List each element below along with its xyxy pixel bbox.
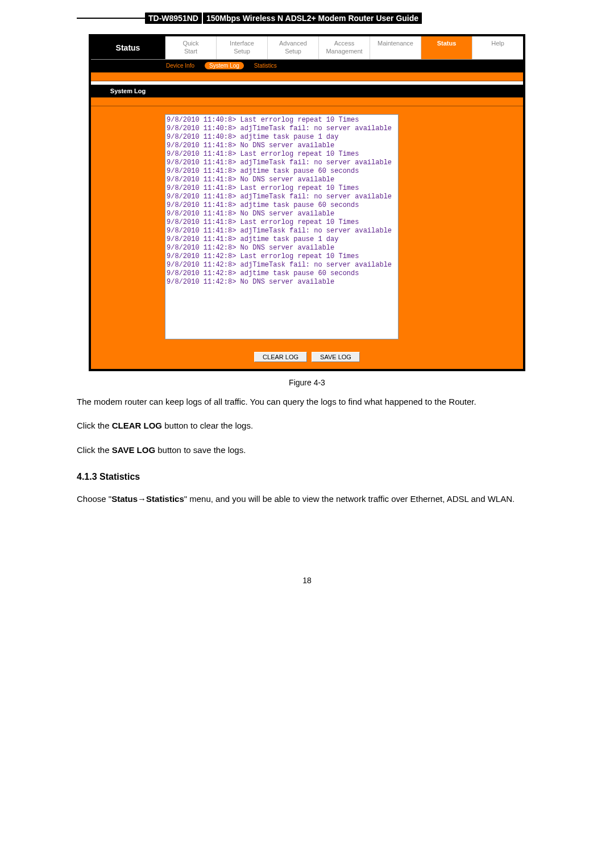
nav-label: Status	[424, 40, 470, 48]
subnav-statistics[interactable]: Statistics	[254, 63, 277, 69]
nav-interface-setup[interactable]: Interface Setup	[217, 36, 268, 59]
text: Choose "	[77, 494, 111, 504]
nav-label: Access	[321, 40, 367, 48]
paragraph: Click the CLEAR LOG button to clear the …	[77, 418, 537, 434]
nav-access-management[interactable]: Access Management	[319, 36, 370, 59]
text: " menu, and you will be able to view the…	[184, 494, 445, 504]
nav-label: Management	[321, 48, 367, 56]
nav-status[interactable]: Status	[421, 36, 472, 59]
model-badge: TD-W8951ND	[145, 13, 202, 24]
save-log-button[interactable]: SAVE LOG	[312, 352, 360, 362]
subnav-device-info[interactable]: Device Info	[166, 63, 194, 69]
router-screenshot: Status Quick Start Interface Setup Advan…	[89, 34, 525, 371]
subnav-system-log[interactable]: System Log	[205, 63, 244, 69]
divider-strip	[91, 97, 523, 106]
text: Click the	[77, 421, 112, 430]
subnav-label: System Log	[205, 62, 244, 69]
text: The modem router can keep logs of all tr…	[77, 397, 446, 406]
nav-label: Advanced	[270, 40, 316, 48]
nav-label: Setup	[270, 48, 316, 56]
bold: CLEAR LOG	[112, 421, 162, 430]
primary-nav: Status Quick Start Interface Setup Advan…	[91, 36, 523, 60]
doc-title: 150Mbps Wireless N ADSL2+ Modem Router U…	[203, 13, 422, 24]
nav-label: Quick	[168, 40, 214, 48]
nav-label: Interface	[219, 40, 265, 48]
text: ADSL and WLAN.	[447, 494, 515, 504]
paragraph: Choose "Status→Statistics" menu, and you…	[77, 491, 537, 508]
nav-maintenance[interactable]: Maintenance	[370, 36, 421, 59]
bold: SAVE LOG	[112, 445, 155, 455]
text: button to clear the logs.	[162, 421, 253, 430]
doc-header: TD-W8951ND 150Mbps Wireless N ADSL2+ Mod…	[77, 11, 537, 24]
bold: Statistics	[146, 494, 184, 504]
nav-label: Setup	[219, 48, 265, 56]
section-header: System Log	[91, 85, 523, 97]
arrow-icon: →	[138, 494, 146, 504]
bold: Status	[111, 494, 138, 504]
button-row: CLEAR LOG SAVE LOG	[91, 346, 523, 369]
nav-help[interactable]: Help	[472, 36, 523, 59]
figure-caption: Figure 4-3	[77, 378, 537, 387]
text: Router.	[449, 397, 476, 406]
nav-side-label: Status	[91, 36, 165, 59]
system-log-textarea[interactable]	[165, 114, 399, 339]
nav-quick-start[interactable]: Quick Start	[165, 36, 217, 59]
section-label: System Log	[91, 88, 165, 94]
header-rule	[77, 11, 145, 19]
nav-label: Start	[168, 48, 214, 56]
nav-label: Maintenance	[372, 40, 418, 48]
text: button to save the logs.	[155, 445, 246, 455]
section-heading: 4.1.3 Statistics	[77, 472, 537, 482]
paragraph: Click the SAVE LOG button to save the lo…	[77, 442, 537, 459]
clear-log-button[interactable]: CLEAR LOG	[254, 352, 307, 362]
text: Click the	[77, 445, 112, 455]
nav-label: Help	[475, 40, 521, 48]
divider-strip	[91, 72, 523, 81]
log-panel	[91, 106, 523, 346]
secondary-nav: Device Info System Log Statistics	[91, 60, 523, 72]
page-number: 18	[77, 576, 537, 585]
paragraph: The modem router can keep logs of all tr…	[77, 394, 537, 410]
nav-advanced-setup[interactable]: Advanced Setup	[268, 36, 319, 59]
